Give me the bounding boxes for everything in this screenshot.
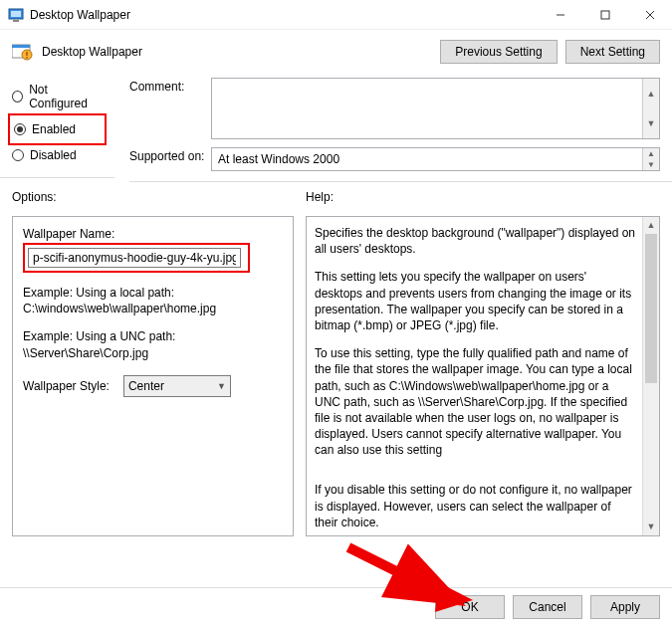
example-local-value: C:\windows\web\wallpaper\home.jpg (23, 301, 283, 316)
state-radio-group: Not Configured Enabled Disabled (0, 72, 114, 178)
scroll-up-icon[interactable]: ▲ (643, 148, 659, 159)
help-heading: Help: (306, 190, 660, 204)
svg-rect-1 (11, 11, 21, 17)
radio-icon (12, 91, 23, 103)
svg-rect-11 (26, 57, 28, 59)
svg-rect-10 (26, 52, 28, 56)
options-panel: Wallpaper Name: Example: Using a local p… (12, 216, 294, 536)
radio-label: Enabled (32, 122, 76, 136)
header: Desktop Wallpaper Previous Setting Next … (0, 30, 672, 72)
close-button[interactable] (627, 0, 672, 29)
help-text: This setting lets you specify the wallpa… (315, 269, 637, 333)
enabled-highlight: Enabled (8, 113, 107, 145)
svg-rect-2 (13, 20, 19, 22)
radio-icon (12, 149, 24, 161)
maximize-button[interactable] (582, 0, 627, 29)
radio-disabled[interactable]: Disabled (12, 143, 103, 167)
radio-enabled[interactable]: Enabled (14, 117, 101, 141)
svg-rect-8 (12, 45, 30, 48)
titlebar: Desktop Wallpaper (0, 0, 672, 30)
comment-textarea[interactable]: ▲ ▼ (211, 78, 660, 139)
next-setting-button[interactable]: Next Setting (565, 40, 660, 64)
supported-scroll[interactable]: ▲ ▼ (642, 148, 659, 170)
wallpaper-name-label: Wallpaper Name: (23, 227, 283, 241)
supported-on-field: At least Windows 2000 ▲ ▼ (211, 147, 660, 171)
cancel-button[interactable]: Cancel (513, 595, 582, 619)
comment-label: Comment: (129, 78, 211, 139)
wallpaper-name-highlight (23, 243, 250, 273)
example-unc-value: \\Server\Share\Corp.jpg (23, 345, 283, 361)
supported-label: Supported on: (129, 147, 211, 171)
radio-label: Disabled (30, 148, 77, 162)
options-heading: Options: (12, 190, 294, 204)
scroll-down-icon[interactable]: ▼ (643, 519, 659, 535)
select-value: Center (128, 379, 164, 393)
help-text: Specifies the desktop background ("wallp… (315, 225, 637, 257)
radio-label: Not Configured (29, 83, 103, 110)
wallpaper-style-select[interactable]: Center ▼ (123, 375, 231, 397)
supported-value: At least Windows 2000 (218, 152, 339, 166)
wallpaper-name-input[interactable] (28, 248, 241, 268)
radio-not-configured[interactable]: Not Configured (12, 78, 103, 115)
example-local-label: Example: Using a local path: (23, 285, 283, 301)
top-form: Comment: ▲ ▼ Supported on: At least Wind… (129, 72, 672, 182)
scroll-up-icon[interactable]: ▲ (643, 79, 659, 108)
minimize-button[interactable] (538, 0, 582, 29)
apply-button[interactable]: Apply (590, 595, 660, 619)
textarea-scroll[interactable]: ▲ ▼ (642, 79, 659, 138)
ok-button[interactable]: OK (435, 595, 505, 619)
scrollbar-thumb[interactable] (645, 234, 657, 383)
example-unc-label: Example: Using a UNC path: (23, 328, 283, 344)
policy-icon (12, 43, 34, 61)
window-title: Desktop Wallpaper (30, 8, 130, 22)
chevron-down-icon: ▼ (217, 381, 226, 391)
page-title: Desktop Wallpaper (42, 45, 142, 59)
previous-setting-button[interactable]: Previous Setting (440, 40, 557, 64)
scroll-up-icon[interactable]: ▲ (643, 217, 659, 234)
help-scrollbar[interactable]: ▲ ▼ (642, 217, 659, 535)
wallpaper-style-label: Wallpaper Style: (23, 379, 110, 393)
main-columns: Options: Wallpaper Name: Example: Using … (0, 182, 672, 536)
scroll-down-icon[interactable]: ▼ (643, 159, 659, 170)
dialog-footer: OK Cancel Apply (0, 587, 672, 625)
help-panel: Specifies the desktop background ("wallp… (306, 216, 660, 536)
help-text: If you disable this setting or do not co… (315, 482, 637, 530)
svg-rect-4 (601, 11, 609, 19)
scroll-down-icon[interactable]: ▼ (643, 108, 659, 138)
help-text: To use this setting, type the fully qual… (315, 345, 637, 458)
radio-icon (14, 123, 26, 135)
app-icon (8, 7, 24, 23)
